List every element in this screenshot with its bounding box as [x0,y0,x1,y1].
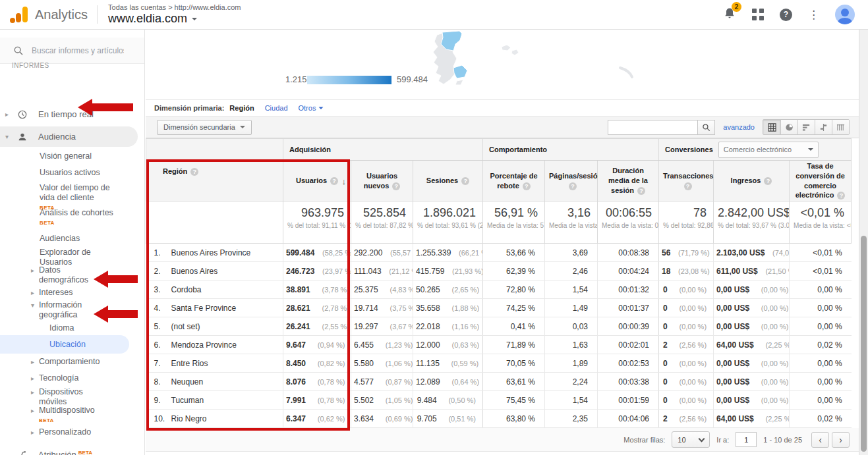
region-cell[interactable]: 3.Cordoba [146,281,283,299]
caret-down-icon [319,107,324,112]
dimension-bar: Dimensión primaria: Región Ciudad Otros [146,100,859,116]
conversion-type-select[interactable]: Comercio electrónico [718,142,819,158]
sidebar-item-geografica[interactable]: ▾ Información geográfica [31,300,109,320]
total-new-users: 525.854% del total: 87,82 % (598.771) [351,201,413,244]
help-icon[interactable]: ? [569,182,577,190]
sidebar-item-audiencia[interactable]: ▾ Audiencia [5,132,76,142]
previous-page-button[interactable]: ‹ [811,432,829,448]
pages-cell: 2,24 [545,373,598,391]
app-header: Analytics Todas las cuentas > http://www… [0,0,868,30]
sidebar-search[interactable] [0,38,144,64]
help-button[interactable]: ? [780,9,792,21]
sidebar-item-idioma[interactable]: Idioma [49,323,74,333]
sidebar-item-cohortes[interactable]: Análisis de cohortes BETA [40,208,115,228]
secondary-dimension-button[interactable]: Dimensión secundaria [157,120,252,135]
rows-per-page-select[interactable]: 10 [672,431,710,448]
main-content: 1.215 599.484 Dimensión primaria: Región… [146,30,859,455]
help-icon[interactable]: ? [764,177,772,185]
column-header-region[interactable]: Región? [146,161,283,201]
sidebar-item-personalizado[interactable]: ▸ Personalizado [31,427,109,437]
vertical-scrollbar[interactable] [859,30,868,455]
overflow-menu-button[interactable]: ⋮ [808,9,819,20]
column-header-rate[interactable]: Tasa de conversión de comercio electróni… [790,161,852,201]
dimension-ciudad-link[interactable]: Ciudad [265,104,288,112]
help-icon[interactable]: ? [330,177,338,185]
pivot-view-button[interactable] [832,120,849,134]
column-header-transactions[interactable]: Transacciones? [659,161,714,201]
column-header-new-users[interactable]: Usuarios nuevos? [351,161,413,201]
help-icon[interactable]: ? [684,182,692,190]
help-icon[interactable]: ? [637,187,645,195]
sidebar-item-dispositivos[interactable]: ▸ Dispositivos móviles [31,387,109,407]
sidebar-search-input[interactable] [32,46,124,55]
region-cell[interactable]: 5.(not set) [146,317,283,336]
sidebar-item-comportamiento[interactable]: ▸ Comportamiento [31,357,109,367]
column-header-revenue[interactable]: Ingresos? [714,161,790,201]
region-cell[interactable]: 4.Santa Fe Province [146,299,283,317]
region-cell[interactable]: 8.Neuquen [146,373,283,391]
sidebar-item-intereses[interactable]: ▸ Intereses [31,288,109,298]
transactions-cell: 0 (0,00 %) [659,299,714,317]
column-header-bounce[interactable]: Porcentaje de rebote? [483,161,545,201]
column-header-duration[interactable]: Duración media de la sesión? [598,161,659,201]
percentage-view-button[interactable] [780,120,797,134]
revenue-cell: 0,00 US$ (0,00 %) [714,299,790,317]
analytics-logo-icon[interactable] [9,6,29,23]
notifications-button[interactable]: 2 [723,7,736,22]
column-header-pages[interactable]: Páginas/sesión? [545,161,598,201]
sidebar-item-audiencias[interactable]: Audiencias [40,234,115,244]
avatar[interactable] [835,5,855,24]
region-cell[interactable]: 10.Rio Negro [146,410,283,428]
table-body: 963.975% del total: 91,11 % (1.058.089) … [146,201,852,428]
sort-descending-icon[interactable]: ↓ [342,176,347,188]
pagination-bar: Mostrar filas: 10 Ir a: 1 - 10 de 25 ‹ › [146,428,859,452]
scrollbar-thumb[interactable] [861,236,867,452]
duration-cell: 00:00:39 [598,317,659,336]
account-picker[interactable]: Todas las cuentas > http://www.eldia.com… [108,3,241,26]
region-cell[interactable]: 9.Tucuman [146,391,283,410]
transactions-cell: 2 (2,56 %) [659,336,714,354]
sessions-cell: 415.759 (21,93 %) [413,262,483,281]
sidebar-item-vision-general[interactable]: Visión general [40,151,115,161]
sidebar-item-atribucion[interactable]: AtribuciónBETA [5,450,92,455]
column-header-users[interactable]: Usuarios? ↓ [283,161,351,201]
table-search-input[interactable] [608,120,697,135]
column-header-sessions[interactable]: Sesiones? [413,161,483,201]
help-icon[interactable]: ? [190,168,198,176]
region-cell[interactable]: 6.Mendoza Province [146,336,283,354]
goto-page-input[interactable] [736,432,757,447]
transactions-cell: 2 (2,56 %) [659,410,714,428]
sidebar-item-realtime[interactable]: ▸ En tiempo real [5,109,94,120]
advanced-filter-link[interactable]: avanzado [723,123,755,131]
search-icon [13,45,24,56]
new-users-cell: 19.714 (3,75 %) [351,299,413,317]
sidebar-item-ubicacion[interactable]: Ubicación [49,340,86,349]
performance-view-button[interactable] [797,120,815,134]
sidebar-item-demograficos[interactable]: ▸ Datos demográficos [31,265,109,285]
sidebar-item-usuarios-activos[interactable]: Usuarios activos [40,168,115,178]
map-argentina-patagonia[interactable] [422,30,647,95]
comparison-view-button[interactable] [815,120,832,134]
total-sessions: 1.896.021% del total: 93,61 % (2.025.541… [413,201,483,244]
region-cell[interactable]: 1.Buenos Aires Province [146,244,283,262]
region-cell[interactable]: 7.Entre Rios [146,354,283,373]
help-icon[interactable]: ? [392,182,400,190]
help-icon[interactable]: ? [837,192,845,200]
sidebar-item-multidispositivo[interactable]: ▸ Multidispositivo BETA [31,406,109,425]
dimension-otros-link[interactable]: Otros [299,104,324,112]
next-page-button[interactable]: › [832,432,850,448]
table-view-button[interactable] [763,120,780,134]
help-icon[interactable]: ? [523,182,531,190]
help-icon[interactable]: ? [461,177,469,185]
group-adquisicion: Adquisición [283,139,483,161]
apps-grid-button[interactable] [752,9,764,20]
sidebar-item-explorador[interactable]: Explorador de Usuarios [40,248,115,267]
region-cell[interactable]: 2.Buenos Aires [146,262,283,281]
pages-cell: 2,35 [545,410,598,428]
table-search-button[interactable] [697,120,715,135]
notification-badge: 2 [732,2,741,12]
transactions-cell: 18 (23,08 %) [659,262,714,281]
sidebar-item-tecnologia[interactable]: ▸ Tecnología [31,373,109,383]
table-row: 5.(not set) 26.241 (2,55 %) 19.297 (3,67… [146,317,852,336]
dimension-region-selected[interactable]: Región [229,104,254,112]
